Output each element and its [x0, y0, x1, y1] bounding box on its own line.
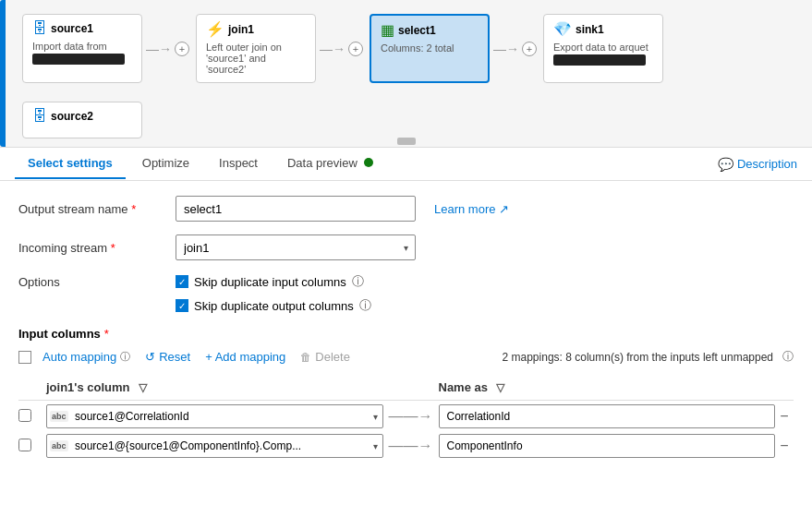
settings-content: Output stream name * Learn more ↗ Incomi… — [0, 181, 812, 529]
node-desc-select1: Columns: 2 total — [381, 42, 479, 54]
table-row: abc source1@CorrelationId ▾ ——→ − — [18, 404, 794, 428]
incoming-stream-select-wrap: join1 ▾ — [176, 234, 416, 260]
reset-btn[interactable]: ↺ Reset — [141, 348, 194, 366]
tab-inspect[interactable]: Inspect — [206, 149, 271, 179]
node-header-sink1: 💎 sink1 — [553, 20, 653, 38]
sink-icon: 💎 — [553, 20, 572, 38]
info-icon-2[interactable]: ⓘ — [359, 297, 371, 314]
auto-mapping-btn[interactable]: Auto mapping ⓘ — [39, 348, 134, 366]
output-stream-row: Output stream name * Learn more ↗ — [18, 196, 794, 222]
pipeline-node-select1[interactable]: ▦ select1 Columns: 2 total — [370, 14, 490, 83]
row2-target-wrap — [439, 434, 776, 458]
node-mask-sink1 — [553, 54, 646, 66]
mapping-status: 2 mappings: 8 column(s) from the inputs … — [503, 351, 773, 364]
input-columns-toolbar: Auto mapping ⓘ ↺ Reset + Add mapping 🗑 D… — [18, 348, 794, 366]
row2-checkbox[interactable] — [18, 439, 31, 451]
node-mask-source1 — [32, 54, 125, 65]
input-columns-header: Input columns * — [18, 327, 794, 341]
status-indicator — [364, 158, 373, 167]
reset-label: Reset — [159, 350, 190, 364]
delete-icon: 🗑 — [300, 351, 311, 364]
description-button[interactable]: 💬 Description — [718, 157, 797, 172]
info-icon-auto-mapping[interactable]: ⓘ — [120, 350, 130, 364]
select-icon: ▦ — [381, 21, 394, 39]
row1-target-input[interactable] — [439, 404, 776, 428]
collapse-handle[interactable] — [397, 138, 416, 145]
row2-remove-btn[interactable]: − — [775, 434, 794, 458]
skip-duplicate-input-row: ✓ Skip duplicate input columns ⓘ — [176, 273, 371, 290]
select-all-checkbox[interactable] — [18, 351, 31, 364]
source2-icon: 🗄 — [32, 108, 47, 125]
col-target-header: Name as ▽ — [439, 380, 776, 394]
info-icon-mapping[interactable]: ⓘ — [782, 349, 794, 365]
skip-duplicate-output-row: ✓ Skip duplicate output columns ⓘ — [176, 297, 371, 314]
row1-source-wrap: abc source1@CorrelationId ▾ — [46, 404, 383, 428]
node-desc-join1: Left outer join on 'source1' and 'source… — [206, 42, 306, 75]
add-mapping-btn[interactable]: + Add mapping — [201, 348, 289, 366]
auto-mapping-label: Auto mapping — [42, 350, 116, 364]
incoming-stream-required: * — [111, 241, 115, 255]
arrow-3: —→ — [493, 42, 519, 56]
node-title-source2: source2 — [51, 110, 93, 123]
skip-duplicate-output-checkbox[interactable]: ✓ — [176, 299, 188, 312]
row2-arrow: ——→ — [383, 438, 439, 454]
node-header-source2: 🗄 source2 — [32, 108, 132, 125]
source-icon: 🗄 — [32, 20, 47, 37]
arrow-2: —→ — [320, 42, 345, 56]
connector-3: —→ + — [490, 42, 543, 56]
tab-select-settings[interactable]: Select settings — [15, 149, 126, 179]
delete-btn[interactable]: 🗑 Delete — [297, 348, 354, 366]
pipeline-node-sink1[interactable]: 💎 sink1 Export data to arquet — [543, 14, 663, 83]
add-mapping-label: + Add mapping — [205, 350, 285, 364]
output-stream-required: * — [131, 202, 136, 216]
table-row: abc source1@{source1@ComponentInfo}.Comp… — [18, 434, 794, 458]
node-title-join1: join1 — [228, 23, 254, 36]
input-columns-section: Input columns * Auto mapping ⓘ ↺ Reset +… — [18, 327, 794, 458]
output-stream-input[interactable] — [176, 196, 416, 222]
node-title-source1: source1 — [51, 22, 93, 35]
incoming-stream-select[interactable]: join1 — [176, 234, 416, 260]
reset-icon: ↺ — [145, 350, 155, 364]
learn-more-link[interactable]: Learn more ↗ — [434, 202, 509, 216]
node-title-select1: select1 — [398, 24, 436, 37]
col-target-label: Name as — [439, 380, 488, 394]
filter-icon-target[interactable]: ▽ — [496, 381, 504, 394]
row2-target-input[interactable] — [439, 434, 776, 458]
skip-duplicate-input-checkbox[interactable]: ✓ — [176, 275, 188, 288]
tabs-bar: Select settings Optimize Inspect Data pr… — [0, 148, 812, 181]
incoming-stream-row: Incoming stream * join1 ▾ — [18, 234, 794, 260]
row1-remove-btn[interactable]: − — [775, 404, 794, 428]
table-header: join1's column ▽ Name as ▽ — [18, 375, 794, 401]
incoming-stream-label: Incoming stream * — [18, 241, 166, 255]
pipeline-node-source1[interactable]: 🗄 source1 Import data from — [22, 14, 142, 83]
pipeline-row-source2: 🗄 source2 — [9, 102, 142, 138]
pipeline-node-source2[interactable]: 🗄 source2 — [22, 102, 142, 138]
node-title-sink1: sink1 — [576, 23, 604, 36]
input-columns-required: * — [104, 327, 109, 341]
add-node-btn-1[interactable]: + — [175, 42, 189, 56]
options-label: Options — [18, 273, 166, 289]
add-node-btn-3[interactable]: + — [522, 42, 537, 56]
row2-source-select[interactable]: source1@{source1@ComponentInfo}.Comp... — [46, 434, 383, 458]
section-title-input-columns: Input columns — [18, 327, 101, 341]
left-bar — [0, 0, 6, 147]
skip-duplicate-input-label: Skip duplicate input columns — [194, 275, 346, 289]
row1-target-wrap — [439, 404, 776, 428]
tab-data-preview[interactable]: Data preview — [274, 149, 387, 179]
row1-source-select[interactable]: source1@CorrelationId — [46, 404, 383, 428]
row1-checkbox[interactable] — [18, 409, 31, 422]
join-icon: ⚡ — [206, 20, 224, 38]
col-source-header: join1's column ▽ — [46, 380, 383, 394]
filter-icon-source[interactable]: ▽ — [139, 381, 147, 394]
add-node-btn-2[interactable]: + — [348, 42, 363, 56]
row2-source-wrap: abc source1@{source1@ComponentInfo}.Comp… — [46, 434, 383, 458]
info-icon-1[interactable]: ⓘ — [352, 273, 364, 290]
skip-duplicate-output-label: Skip duplicate output columns — [194, 299, 354, 313]
node-header-select1: ▦ select1 — [381, 21, 479, 39]
pipeline-canvas: 🗄 source1 Import data from —→ + ⚡ join1 … — [0, 0, 812, 148]
pipeline-row-main: 🗄 source1 Import data from —→ + ⚡ join1 … — [9, 14, 663, 83]
tab-data-preview-label: Data preview — [287, 156, 358, 170]
tab-optimize[interactable]: Optimize — [129, 149, 202, 179]
pipeline-node-join1[interactable]: ⚡ join1 Left outer join on 'source1' and… — [196, 14, 316, 83]
col-source-label: join1's column — [46, 380, 130, 394]
